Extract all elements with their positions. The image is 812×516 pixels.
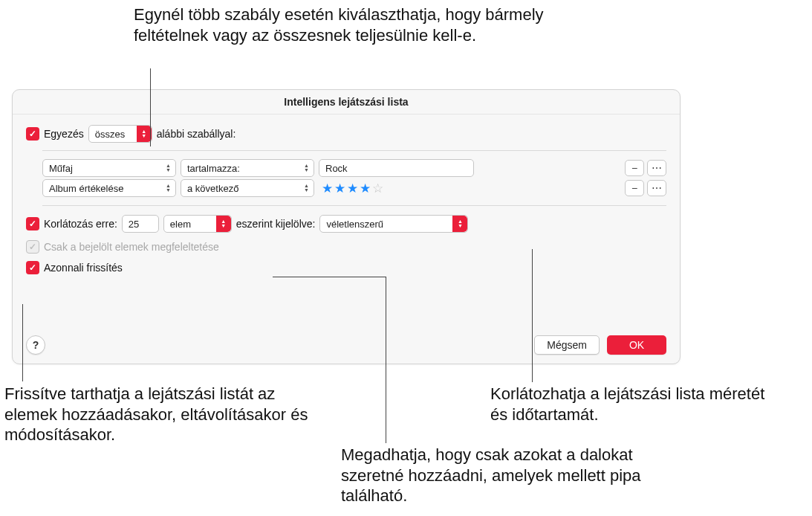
checked-only-label: Csak a bejelölt elemek megfeleltetése [44,241,219,253]
match-prefix-label: Egyezés [44,128,84,140]
rule-field-select[interactable]: Album értékelése ▲▼ [42,179,176,197]
callout-live-update: Frissítve tarthatja a lejátszási listát … [4,384,316,445]
rule-value-stars[interactable]: ★★★★☆ [322,181,385,196]
rule-value-text: Rock [325,163,348,174]
rule-row: Album értékelése ▲▼ a következő ▲▼ ★★★★☆… [42,179,666,197]
live-update-label: Azonnali frissítés [44,262,123,274]
help-button[interactable]: ? [26,335,45,355]
rule-operator-select[interactable]: tartalmazza: ▲▼ [181,159,314,177]
add-rule-button[interactable]: ⋯ [647,180,666,196]
limit-unit-value: elem [170,219,191,230]
minus-icon: − [631,162,637,174]
rule-field-value: Album értékelése [49,183,123,194]
help-icon: ? [33,339,39,351]
rule-operator-value: tartalmazza: [187,163,240,174]
checked-only-checkbox [26,240,39,254]
more-icon: ⋯ [652,162,662,174]
match-row: Egyezés összes ▲▼ alábbi szabállyal: [26,125,666,143]
rule-value-input[interactable]: Rock [319,159,474,177]
add-rule-button[interactable]: ⋯ [647,160,666,176]
rule-operator-select[interactable]: a következő ▲▼ [181,179,314,197]
match-suffix-label: alábbi szabállyal: [157,128,236,140]
limit-count-value: 25 [129,219,139,230]
dialog-title: Intelligens lejátszási lista [13,90,680,115]
checked-only-row: Csak a bejelölt elemek megfeleltetése [26,240,666,254]
callout-match-mode: Egynél több szabály esetén kiválaszthatj… [134,4,550,45]
leader-line [150,68,151,146]
rule-row: Műfaj ▲▼ tartalmazza: ▲▼ Rock − ⋯ [42,159,666,177]
limit-row: Korlátozás erre: 25 elem ▲▼ eszerint kij… [26,215,666,233]
rule-field-select[interactable]: Műfaj ▲▼ [42,159,176,177]
callout-limit: Korlátozhatja a lejátszási lista méretét… [490,384,773,425]
limit-count-input[interactable]: 25 [122,215,159,233]
limit-unit-select[interactable]: elem ▲▼ [163,215,232,233]
selected-by-label: eszerint kijelölve: [236,218,316,230]
rule-field-value: Műfaj [49,163,73,174]
selected-by-value: véletlenszerű [326,219,383,230]
leader-line [273,277,386,277]
limit-label: Korlátozás erre: [44,218,117,230]
ok-label: OK [629,339,644,351]
selected-by-select[interactable]: véletlenszerű ▲▼ [319,215,468,233]
remove-rule-button[interactable]: − [625,160,644,176]
minus-icon: − [631,182,637,194]
leader-line [22,304,23,381]
ok-button[interactable]: OK [607,335,666,355]
leader-line [532,249,533,382]
match-checkbox[interactable] [26,127,39,141]
rules-block: Műfaj ▲▼ tartalmazza: ▲▼ Rock − ⋯ [42,150,666,206]
rule-operator-value: a következő [187,183,238,194]
limit-checkbox[interactable] [26,217,39,230]
match-mode-value: összes [95,129,125,140]
live-update-row: Azonnali frissítés [26,261,666,274]
remove-rule-button[interactable]: − [625,180,644,196]
match-mode-select[interactable]: összes ▲▼ [88,125,152,143]
leader-line [386,277,386,443]
smart-playlist-dialog: Intelligens lejátszási lista Egyezés öss… [12,89,681,364]
callout-checked-only: Megadhatja, hogy csak azokat a dalokat s… [341,445,653,506]
more-icon: ⋯ [652,182,662,194]
cancel-label: Mégsem [547,339,587,351]
live-update-checkbox[interactable] [26,261,39,274]
cancel-button[interactable]: Mégsem [534,335,600,355]
